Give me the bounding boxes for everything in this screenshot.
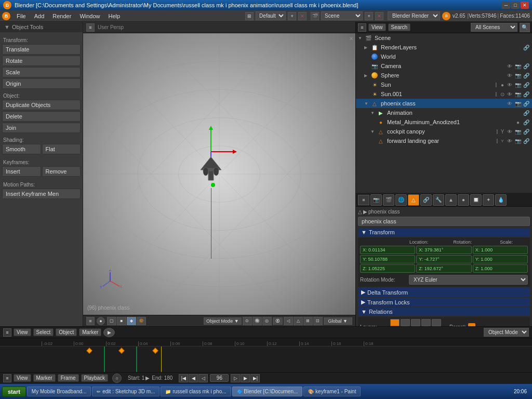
scale-button[interactable]: Scale [2,67,81,77]
tab-scene[interactable]: 🎬 [383,194,394,206]
taskbar-paint[interactable]: 🎨 keyframe1 - Paint [303,387,361,396]
outliner-menu-icon[interactable]: ≡ [358,23,366,32]
landing-gear-render-icon[interactable]: 📷 [514,137,522,144]
viewport-canvas[interactable]: Z X Y (96) phoenix class ✕ [83,33,355,315]
timeline-object-btn[interactable]: Object [56,328,77,336]
tree-item-animation[interactable]: ▼ ▶ Animation 🔗 [356,108,532,117]
sun001-render-icon[interactable]: 📷 [514,90,522,98]
cockpit-render-icon[interactable]: 📷 [514,128,522,135]
timeline-marker-btn[interactable]: Marker [79,328,101,336]
sphere-vis-icon[interactable]: 👁 [506,72,513,79]
origin-button[interactable]: Origin [2,78,81,89]
close-button[interactable]: ✕ [521,2,529,9]
remove-keyframe-button[interactable]: Remove [42,166,81,177]
scale-z-input[interactable] [473,264,528,273]
tab-modifiers[interactable]: 🔧 [433,194,444,206]
global-local-select[interactable]: Global ▼ [324,317,352,325]
tree-item-material[interactable]: ▶ ● Metal_Aluminum_Anodized1 ● 🔗 [356,117,532,127]
taskbar-broadband[interactable]: My Mobile Broadband... [27,387,91,396]
scale-x-input[interactable] [473,246,528,254]
play-forward-btn[interactable]: ▶ [241,374,250,382]
insert-keyframe-button[interactable]: Insert [2,166,41,177]
current-frame-input[interactable] [210,374,229,382]
shading-solid-btn[interactable]: ■ [117,317,126,325]
tree-item-sun001[interactable]: ▶ ☀ Sun.001 | ⊙ 👁 📷 🔗 [356,89,532,99]
rot-z-input[interactable] [416,264,471,273]
landing-gear-vis-icon[interactable]: 👁 [506,137,513,144]
delete-button[interactable]: Delete [2,111,81,122]
footer-marker-btn[interactable]: Marker [33,374,56,382]
transform-locks-section[interactable]: ▶ Transform Locks [358,298,530,307]
play-reverse-btn[interactable]: ◀ [189,374,198,382]
phoenix-vis-icon[interactable]: 👁 [506,100,513,107]
tab-render[interactable]: 📷 [370,194,382,206]
object-name-input[interactable] [358,217,530,226]
taskbar-blender[interactable]: 🔷 Blender [C:\Documen... [232,387,303,396]
shading-render-btn[interactable]: 🔆 [137,317,146,325]
duplicate-button[interactable]: Duplicate Objects [2,100,81,110]
rotation-mode-select[interactable]: XYZ Euler [409,275,528,285]
extra4-btn[interactable]: ⊡ [313,317,323,325]
outliner-search-icon[interactable]: 🔍 [520,23,530,32]
delta-transform-section[interactable]: ▶ Delta Transform [358,288,530,297]
render-menu[interactable]: Render [48,12,75,20]
transform-section[interactable]: ▼ Transform [358,228,530,236]
layout-select[interactable]: Default [256,11,286,20]
search-button[interactable]: Search [388,23,411,31]
layer-2[interactable] [401,319,410,326]
tab-object[interactable]: △ [408,194,419,206]
tab-data[interactable]: ▲ [445,194,457,206]
start-button[interactable]: start [2,387,26,397]
props-menu-icon[interactable]: ≡ [358,195,369,205]
tree-item-cockpit[interactable]: ▼ △ cockpit canopy | Y 👁 📷 🔗 [356,127,532,136]
keyframe-marker-2[interactable] [118,348,124,353]
object-mode-select[interactable]: Object Mode ▼ [204,317,241,325]
extra1-btn[interactable]: ◁ [284,317,293,325]
layer-1[interactable] [390,319,400,326]
tree-item-phoenix-class[interactable]: ▼ △ phoenix class 👁 📷 🔗 [356,99,532,108]
tree-item-sphere[interactable]: ▶ Sphere 👁 📷 🔗 [356,71,532,80]
layer-3[interactable] [411,319,420,326]
tab-texture[interactable]: 🔲 [470,194,482,206]
viewport-menu-btn[interactable]: ≡ [86,317,95,325]
relations-section[interactable]: ▼ Relations [358,308,530,316]
shading-material-btn[interactable]: ◆ [127,317,136,325]
minimize-button[interactable]: ─ [502,2,510,9]
tree-item-world[interactable]: ▶ World [356,52,532,61]
cockpit-vis-icon[interactable]: 👁 [506,128,513,135]
shading-wire-btn[interactable]: ▢ [107,317,116,325]
viewport-menu-icon[interactable]: ≡ [86,23,95,32]
snap-btn[interactable]: 🔘 [252,317,262,325]
sun001-link-icon[interactable]: 🔗 [523,90,530,98]
pivot-icon-btn[interactable]: ⊙ [243,317,252,325]
maximize-button[interactable]: □ [511,2,520,9]
cockpit-link-icon[interactable]: 🔗 [523,128,530,135]
keyframe-marker-1[interactable] [86,348,92,353]
footer-view-btn[interactable]: View [14,374,31,382]
window-menu[interactable]: Window [75,12,104,20]
scene-select[interactable]: Scene [321,11,363,20]
tree-item-camera[interactable]: ▶ 📷 Camera 👁 📷 🔗 [356,61,532,71]
sun-link-icon[interactable]: 🔗 [523,81,530,88]
tree-item-renderlayers[interactable]: ▶ 📋 RenderLayers 🔗 [356,43,532,52]
add-menu[interactable]: Add [30,12,49,20]
loc-z-input[interactable] [360,264,415,273]
phoenix-render-icon[interactable]: 📷 [514,100,522,107]
camera-link-icon[interactable]: 🔗 [523,62,530,70]
tab-material[interactable]: ● [458,194,469,206]
rotate-button[interactable]: Rotate [2,56,81,66]
join-button[interactable]: Join [2,123,81,133]
keyframe-marker-3[interactable] [152,348,158,353]
tree-item-scene[interactable]: ▼ 🎬 Scene [356,33,532,43]
help-menu[interactable]: Help [104,12,125,20]
jump-start-btn[interactable]: |◀ [179,374,188,382]
landing-gear-link-icon[interactable]: 🔗 [523,137,530,144]
tree-item-landing-gear[interactable]: ▶ △ forward landing gear | Y 👁 📷 🔗 [356,136,532,145]
footer-frame-btn[interactable]: Frame [58,374,79,382]
insert-keyframe-menu-button[interactable]: Insert Keyframe Men [2,189,81,199]
tab-particles[interactable]: ✦ [483,194,494,206]
playback-circle-icon[interactable]: ○ [112,374,122,383]
scale-y-input[interactable] [473,255,528,263]
file-menu[interactable]: File [12,12,30,20]
flat-button[interactable]: Flat [42,144,81,154]
